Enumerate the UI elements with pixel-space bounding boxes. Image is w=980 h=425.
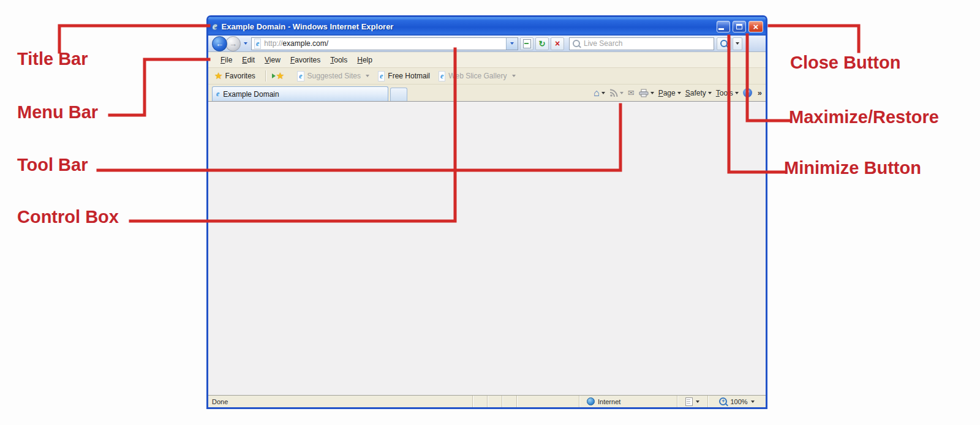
address-bar[interactable]: e http://example.com/ [251,37,518,50]
favorites-button[interactable]: ★ Favorites [213,69,259,83]
tools-menu-label: Tools [716,89,733,97]
chevron-down-icon [677,92,681,94]
menu-item-help[interactable]: Help [352,54,377,66]
favorites-label: Favorites [225,72,255,80]
star-icon: ★ [214,70,222,81]
navigation-bar: ← → e http://example.com/ ↻ × Live Searc… [208,36,766,52]
chevron-down-icon [650,92,654,94]
zoom-icon: + [719,397,727,405]
favorites-item-label: Suggested Sites [307,72,361,80]
rss-icon [609,89,618,97]
forward-arrow-icon: → [229,39,237,48]
ie-page-icon: e [439,71,445,81]
minimize-icon [718,28,724,30]
favorites-item-label: Free Hotmail [388,72,430,80]
read-mail-button[interactable]: ✉ [628,88,635,97]
close-icon: × [753,22,759,31]
search-go-icon [720,40,728,47]
status-cell [531,396,579,407]
favorites-item-label: Web Slice Gallery [448,72,507,80]
tab-label: Example Domain [223,90,279,99]
maximize-button[interactable] [733,21,746,32]
back-button[interactable]: ← [212,36,227,51]
star-icon: ★ [276,70,284,81]
safety-menu-button[interactable]: Safety [685,89,712,97]
help-icon: ? [743,88,752,97]
chevron-down-icon [708,92,712,94]
tab-example-domain[interactable]: e Example Domain [212,86,388,101]
search-input[interactable]: Live Search [569,37,714,50]
chevron-down-icon [510,42,514,45]
toolbar-overflow-button[interactable]: » [758,88,762,97]
page-menu-button[interactable]: Page [658,89,681,97]
address-dropdown-button[interactable] [506,38,518,50]
protected-mode-cell[interactable] [677,396,707,407]
security-zone-label: Internet [598,398,620,405]
history-dropdown-icon[interactable] [244,42,247,45]
annotation-label-title-bar: Title Bar [17,49,88,69]
url-host: example.com/ [282,39,328,48]
separator [265,70,266,81]
menu-item-favorites[interactable]: Favorites [285,54,325,66]
security-zone-cell: Internet [579,396,677,407]
favorites-item-web-slice-gallery[interactable]: e Web Slice Gallery [434,70,519,83]
add-to-favorites-button[interactable]: ★ [272,70,287,81]
search-icon [573,40,580,47]
title-bar-connector [59,26,209,52]
home-button[interactable]: ⌂ [594,88,605,98]
chevron-down-icon [736,42,739,45]
tab-bar: e Example Domain ⌂ ✉ [208,85,766,102]
zoom-control[interactable]: + 100% [707,396,766,407]
menu-item-file[interactable]: File [216,54,237,66]
favorites-item-suggested-sites[interactable]: e Suggested Sites [293,70,374,83]
window-controls: × [717,21,763,32]
close-button-connector [769,26,859,51]
stop-button[interactable]: × [551,37,564,50]
print-button[interactable] [639,89,654,97]
ie-page-icon: e [378,71,385,81]
favorites-bar: ★ Favorites ★ e Suggested Sites e Free H… [208,68,766,85]
window-title: Example Domain - Windows Internet Explor… [222,22,717,31]
search-placeholder: Live Search [584,39,622,48]
status-cell [502,396,516,407]
feeds-button[interactable] [609,89,624,97]
new-tab-button[interactable] [390,88,407,101]
add-arrow-icon [272,73,276,78]
menu-bar: File Edit View Favorites Tools Help [208,52,766,68]
annotation-label-control-box: Control Box [17,207,119,227]
tools-menu-button[interactable]: Tools [716,89,739,97]
status-cell [516,396,531,407]
ie-logo-icon: e [213,20,217,32]
menu-item-view[interactable]: View [260,54,285,66]
stop-icon: × [555,39,560,48]
page-content [208,102,766,395]
mail-icon: ✉ [628,88,635,97]
close-button[interactable]: × [748,21,763,32]
help-button[interactable]: ? [743,88,752,97]
annotation-label-maximize-restore: Maximize/Restore [789,107,939,127]
menu-item-edit[interactable]: Edit [237,54,260,66]
annotation-label-minimize-button: Minimize Button [784,158,921,178]
refresh-button[interactable]: ↻ [535,37,549,50]
page-menu-label: Page [658,89,676,97]
compatibility-view-button[interactable] [520,37,533,50]
forward-button[interactable]: → [225,36,241,51]
annotation-label-menu-bar: Menu Bar [17,102,98,122]
search-go-button[interactable] [717,37,731,50]
favorites-item-free-hotmail[interactable]: e Free Hotmail [374,70,434,83]
title-bar: e Example Domain - Windows Internet Expl… [208,17,766,36]
back-arrow-icon: ← [216,39,224,48]
chevron-down-icon [512,75,516,77]
home-icon: ⌂ [594,88,600,98]
minimize-button[interactable] [717,21,730,32]
chevron-down-icon [601,92,605,94]
printer-icon [639,89,649,97]
globe-icon [587,397,595,405]
menu-item-tools[interactable]: Tools [325,54,352,66]
page-icon: e [254,39,261,49]
chevron-down-icon [735,92,739,94]
refresh-icon: ↻ [539,40,546,48]
zoom-level: 100% [730,398,747,405]
chevron-down-icon [366,75,369,77]
search-options-dropdown[interactable] [733,37,742,50]
